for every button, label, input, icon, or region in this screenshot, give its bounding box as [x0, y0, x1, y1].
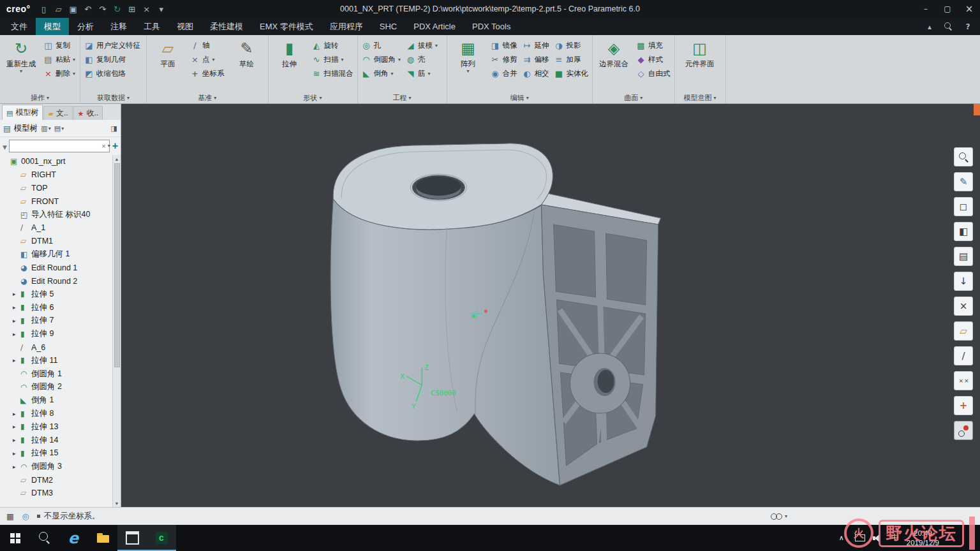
taskbar-app-button[interactable] [29, 525, 59, 551]
graphics-viewport[interactable]: Z X Y CS0000 [121, 104, 980, 507]
component-interface-button[interactable]: 元件界面 [678, 36, 722, 68]
taskbar-app-button[interactable] [0, 525, 29, 551]
viewport-tool-button[interactable] [954, 272, 973, 291]
viewport-tool-button[interactable] [954, 297, 973, 316]
intersect-button[interactable]: 相交 [521, 66, 551, 80]
quick-access-button[interactable] [96, 2, 110, 16]
trim-button[interactable]: 修剪 [489, 52, 519, 66]
quick-access-button[interactable] [37, 2, 51, 16]
tree-item[interactable]: Edit Round 2 [13, 274, 112, 288]
shrinkwrap-button[interactable]: 收缩包络 [83, 66, 142, 80]
ribbon-tab[interactable]: EMX 零件模式 [251, 18, 322, 35]
group-label-editing[interactable]: 编辑▾ [450, 92, 590, 103]
mirror-button[interactable]: 镜像 [489, 38, 519, 52]
quick-access-button[interactable] [110, 2, 124, 16]
quick-access-button[interactable] [140, 2, 154, 16]
panel-tab[interactable]: 模型树 [2, 105, 43, 120]
viewport-tool-button[interactable] [954, 396, 973, 415]
paste-button[interactable]: 粘贴▾ [42, 52, 77, 66]
swept-blend-button[interactable]: 扫描混合 [311, 66, 355, 80]
viewport-tool-button[interactable] [954, 247, 973, 266]
taskbar-app-button[interactable] [147, 525, 176, 551]
expand-arrow-icon[interactable] [13, 318, 20, 324]
viewport-tool-button[interactable] [954, 321, 973, 341]
tree-item[interactable]: DTM2 [13, 473, 112, 487]
quick-access-button[interactable] [125, 2, 139, 16]
offset-button[interactable]: 偏移 [521, 52, 551, 66]
ribbon-tab[interactable]: 文件 [3, 18, 36, 35]
status-icon-button[interactable] [19, 510, 32, 523]
ribbon-utility-button[interactable] [942, 19, 956, 34]
ribbon-tab[interactable]: 分析 [69, 18, 102, 35]
tree-columns-button[interactable]: ▾ [54, 124, 64, 133]
group-label-get-data[interactable]: 获取数据▾ [83, 92, 144, 103]
extend-button[interactable]: 延伸 [521, 38, 551, 52]
tree-item[interactable]: Edit Round 1 [13, 261, 112, 274]
tree-item[interactable]: A_6 [13, 341, 112, 354]
collapsed-browser-tab[interactable] [974, 104, 980, 115]
tree-item[interactable]: DTM1 [13, 235, 112, 248]
copy-geometry-button[interactable]: 复制几何 [83, 52, 142, 66]
ribbon-tab[interactable]: 注释 [102, 18, 135, 35]
quick-access-button[interactable] [52, 2, 66, 16]
group-label-engineering[interactable]: 工程▾ [360, 92, 444, 103]
window-control-button[interactable] [958, 0, 980, 18]
udf-button[interactable]: 用户定义特征 [83, 38, 142, 52]
merge-button[interactable]: 合并 [489, 66, 519, 80]
group-label-model-intent[interactable]: 模型意图▾ [678, 92, 723, 103]
group-label-datum[interactable]: 基准▾ [149, 92, 265, 103]
expand-arrow-icon[interactable] [13, 304, 20, 311]
tree-item[interactable]: 0001_nx_prt [3, 155, 112, 168]
tree-scrollbar[interactable]: ▲ ▼ [112, 155, 121, 507]
tree-filters-button[interactable]: ▾ [41, 124, 50, 133]
quick-access-button[interactable] [66, 2, 80, 16]
viewport-tool-button[interactable] [954, 421, 973, 440]
tree-filter-input[interactable] [9, 140, 110, 152]
tree-item[interactable]: 倒角 1 [13, 393, 112, 407]
tree-item[interactable]: DTM3 [13, 487, 112, 500]
fill-button[interactable]: 填充 [635, 38, 672, 52]
tree-item[interactable]: 拉伸 7 [13, 314, 112, 328]
solidify-button[interactable]: 实体化 [553, 66, 590, 80]
tree-item[interactable]: 倒圆角 2 [13, 381, 112, 394]
tree-item[interactable]: 拉伸 9 [13, 327, 112, 341]
rib-button[interactable]: 筋▾ [405, 66, 439, 80]
copy-button[interactable]: 复制 [42, 38, 77, 52]
expand-arrow-icon[interactable] [13, 411, 20, 417]
expand-arrow-icon[interactable] [13, 450, 20, 457]
tree-item[interactable]: 倒圆角 1 [13, 367, 112, 381]
ribbon-utility-button[interactable] [923, 19, 937, 34]
tree-item[interactable]: 偏移几何 1 [13, 248, 112, 261]
point-button[interactable]: 点▾ [189, 52, 226, 66]
tree-item[interactable]: 拉伸 11 [13, 354, 112, 367]
pattern-button[interactable]: 阵列 ▾ [450, 36, 487, 74]
tree-item[interactable]: A_1 [13, 221, 112, 235]
sweep-button[interactable]: 扫描▾ [311, 52, 355, 66]
viewport-tool-button[interactable] [954, 346, 973, 365]
status-icon-button[interactable] [4, 510, 17, 523]
expand-arrow-icon[interactable] [13, 331, 20, 337]
scroll-down-icon[interactable]: ▼ [115, 499, 119, 507]
ribbon-utility-button[interactable] [961, 19, 975, 34]
round-button[interactable]: 倒圆角▾ [360, 52, 403, 66]
extrude-button[interactable]: 拉伸 [271, 36, 308, 68]
tree-item[interactable]: 拉伸 13 [13, 420, 112, 434]
style-button[interactable]: 样式 [635, 52, 672, 66]
quick-access-button[interactable] [81, 2, 95, 16]
panel-tab[interactable]: 收.. [73, 106, 103, 120]
window-control-button[interactable] [915, 0, 937, 18]
filter-clear-icon[interactable]: × [101, 142, 105, 150]
viewport-tool-button[interactable] [954, 222, 973, 241]
delete-button[interactable]: 删除▾ [42, 66, 77, 80]
group-label-surfaces[interactable]: 曲面▾ [595, 92, 672, 103]
tree-item[interactable]: RIGHT [13, 168, 112, 182]
freestyle-button[interactable]: 自由式 [635, 66, 672, 80]
tree-item[interactable]: 拉伸 6 [13, 301, 112, 314]
3d-model-canvas[interactable]: Z X Y CS0000 [121, 104, 980, 507]
thicken-button[interactable]: 加厚 [553, 52, 590, 66]
model-front-face[interactable] [330, 199, 560, 485]
taskbar-app-button[interactable] [59, 525, 88, 551]
ribbon-tab[interactable]: 应用程序 [322, 18, 371, 35]
panel-tab[interactable]: 文.. [43, 106, 72, 120]
group-label-shapes[interactable]: 形状▾ [271, 92, 355, 103]
